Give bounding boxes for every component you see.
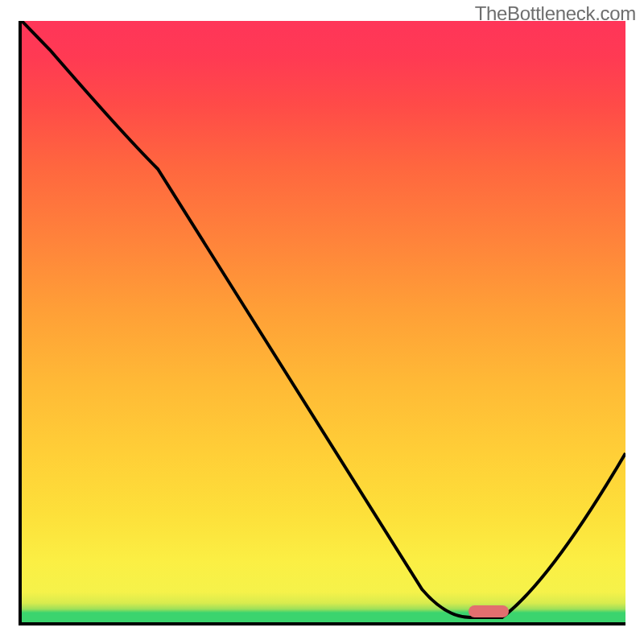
plot-area <box>19 21 625 625</box>
bottleneck-marker <box>469 605 509 617</box>
chart-container: TheBottleneck.com <box>0 0 644 644</box>
curve-path <box>22 21 625 617</box>
watermark-text: TheBottleneck.com <box>475 2 636 25</box>
curve-line <box>22 21 625 622</box>
